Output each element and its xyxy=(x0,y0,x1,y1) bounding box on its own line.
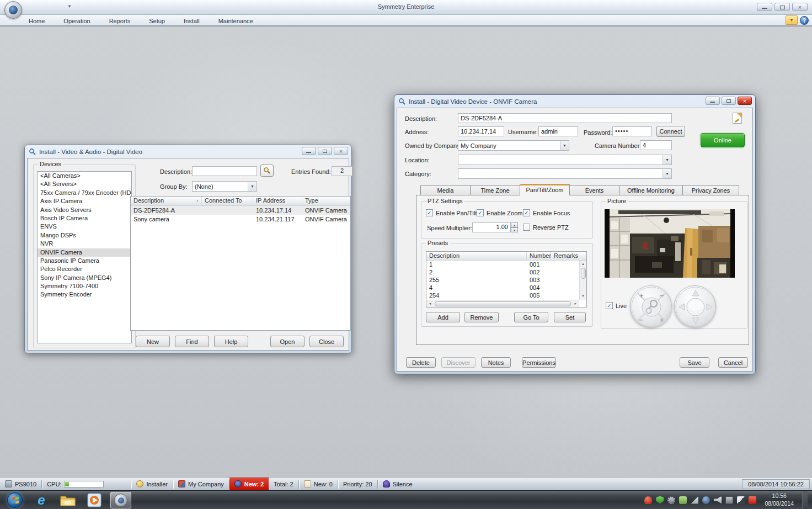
add-button[interactable]: Add xyxy=(426,312,460,322)
table-row[interactable]: Sony camera 10.234.21.117 ONVIF Camera xyxy=(131,215,350,224)
list-item[interactable]: Panasonic IP Camera xyxy=(38,257,131,265)
discover-button[interactable]: Discover xyxy=(441,357,476,368)
preset-row[interactable]: 255 003 xyxy=(426,276,586,284)
list-item[interactable]: NVR xyxy=(38,240,131,248)
list-item[interactable]: Symmetry Encoder xyxy=(38,290,131,299)
tray-update-icon[interactable] xyxy=(679,496,687,504)
presets-horizontal-scrollbar[interactable]: ◄ ► xyxy=(426,300,579,307)
description-input[interactable] xyxy=(458,113,672,123)
taskbar-clock[interactable]: 10:56 08/08/2014 xyxy=(760,492,798,507)
menu-reports[interactable]: Reports xyxy=(107,17,133,25)
list-item[interactable]: <All Cameras> xyxy=(38,172,131,180)
password-input[interactable]: ••••• xyxy=(612,126,652,136)
installer-status[interactable]: Installer xyxy=(131,478,173,490)
tray-notification-icon[interactable] xyxy=(749,496,756,504)
tray-antivirus-icon[interactable] xyxy=(656,496,664,504)
symmetry-app-taskbar-button[interactable] xyxy=(110,492,131,508)
scroll-down-icon[interactable]: ▼ xyxy=(580,293,587,300)
preset-row[interactable]: 2 002 xyxy=(426,268,586,276)
scroll-up-icon[interactable]: ▲ xyxy=(580,261,587,268)
tray-alarm-icon[interactable] xyxy=(644,496,652,504)
menu-install[interactable]: Install xyxy=(181,17,202,25)
symmetry-logo-icon[interactable] xyxy=(4,1,22,19)
presets-vertical-scrollbar[interactable]: ▲ ▼ xyxy=(579,261,586,300)
tab-events[interactable]: Events xyxy=(569,185,619,195)
internet-explorer-icon[interactable]: e xyxy=(31,492,52,508)
tab-pan-tilt-zoom[interactable]: Pan/Tilt/Zoom xyxy=(520,184,570,195)
group-by-dropdown[interactable]: (None) ▼ xyxy=(192,181,257,192)
tab-media[interactable]: Media xyxy=(420,185,471,195)
tray-settings-icon[interactable] xyxy=(667,496,675,504)
app-minimize-button[interactable] xyxy=(757,3,772,11)
spinner-down-icon[interactable]: ▼ xyxy=(511,227,518,232)
list-item[interactable]: Symmetry 7100-7400 xyxy=(38,282,131,290)
cancel-button[interactable]: Cancel xyxy=(718,357,748,368)
camera-number-input[interactable] xyxy=(640,140,672,150)
list-item[interactable]: Axis IP Camera xyxy=(38,197,131,205)
devices-list[interactable]: <All Cameras> <All Servers> 75xx Camera … xyxy=(37,171,132,343)
menu-maintenance[interactable]: Maintenance xyxy=(216,17,255,25)
tray-symmetry-icon[interactable] xyxy=(702,496,710,504)
start-button[interactable] xyxy=(4,492,25,508)
help-icon[interactable]: ? xyxy=(800,16,809,25)
owned-by-company-dropdown[interactable]: My Company ▼ xyxy=(458,140,569,151)
preset-row[interactable]: 254 005 xyxy=(426,291,586,299)
pan-tilt-dpad[interactable] xyxy=(674,285,716,327)
help-button[interactable]: Help xyxy=(214,336,248,347)
list-item[interactable]: Mango DSPs xyxy=(38,231,131,240)
enable-pan-tilt-checkbox[interactable]: ✓ Enable Pan/Tilt xyxy=(426,209,477,216)
presets-table[interactable]: Description Number Remarks 1 001 2 002 xyxy=(426,251,587,307)
show-desktop-button[interactable] xyxy=(802,491,808,509)
list-item-selected[interactable]: ONVIF Camera xyxy=(38,248,131,257)
file-explorer-icon[interactable] xyxy=(57,492,78,508)
list-item[interactable]: Sony IP Camera (MPEG4) xyxy=(38,274,131,282)
location-dropdown[interactable]: ▼ xyxy=(458,155,672,165)
dialog-maximize-button[interactable] xyxy=(722,97,736,105)
media-player-icon[interactable] xyxy=(84,492,105,508)
alarms-new-badge[interactable]: New: 2 xyxy=(229,478,269,490)
preset-row[interactable]: 4 004 xyxy=(426,284,586,291)
tab-offline-monitoring[interactable]: Offline Monitoring xyxy=(619,185,683,195)
list-item[interactable]: Pelco Recorder xyxy=(38,265,131,273)
set-button[interactable]: Set xyxy=(554,312,586,322)
new-button[interactable]: New xyxy=(136,336,170,347)
scroll-left-icon[interactable]: ◄ xyxy=(426,300,434,307)
dialog-minimize-button[interactable] xyxy=(706,97,720,105)
speed-multiplier-input[interactable]: 1.00 xyxy=(472,222,511,232)
tab-time-zone[interactable]: Time Zone xyxy=(470,185,520,195)
menu-home[interactable]: Home xyxy=(26,17,47,25)
menu-operation[interactable]: Operation xyxy=(61,17,92,25)
find-button[interactable]: Find xyxy=(175,336,209,347)
online-status-button[interactable]: Online xyxy=(701,133,745,147)
spinner-up-icon[interactable]: ▲ xyxy=(511,222,518,227)
silence-control[interactable]: Silence xyxy=(378,478,418,490)
enable-focus-checkbox[interactable]: ✓ Enable Focus xyxy=(523,209,570,216)
permissions-button[interactable]: Permissions xyxy=(522,357,556,368)
delete-button[interactable]: Delete xyxy=(406,357,436,368)
tray-volume-icon[interactable] xyxy=(714,496,722,504)
dialog-maximize-button[interactable] xyxy=(318,147,332,155)
table-row[interactable]: DS-2DF5284-A 10.234.17.14 ONVIF Camera xyxy=(131,206,350,215)
connect-button[interactable]: Connect xyxy=(656,126,685,137)
tray-network-icon[interactable] xyxy=(691,496,698,504)
description-search-input[interactable] xyxy=(192,166,257,176)
menu-setup[interactable]: Setup xyxy=(147,17,167,25)
tasks-new[interactable]: New: 0 xyxy=(299,478,338,490)
notes-button[interactable]: Notes xyxy=(481,357,511,368)
ribbon-collapse-button[interactable]: ▼ xyxy=(786,15,798,25)
remove-button[interactable]: Remove xyxy=(464,312,499,322)
notes-icon[interactable] xyxy=(733,113,742,124)
goto-button[interactable]: Go To xyxy=(514,312,548,322)
address-input[interactable] xyxy=(458,126,504,136)
dialog-minimize-button[interactable] xyxy=(302,147,316,155)
tray-remote-icon[interactable] xyxy=(725,496,733,504)
app-maximize-button[interactable] xyxy=(774,3,790,11)
tray-display-icon[interactable] xyxy=(737,496,745,504)
search-button[interactable] xyxy=(260,165,274,177)
save-button[interactable]: Save xyxy=(680,357,709,368)
cameras-table[interactable]: Description▲ Connected To IP Address Typ… xyxy=(130,196,351,331)
reverse-ptz-checkbox[interactable]: . Reverse PTZ xyxy=(523,224,569,231)
preset-row[interactable]: 1 001 xyxy=(426,261,586,268)
dialog-close-button[interactable]: × xyxy=(738,97,752,105)
tab-privacy-zones[interactable]: Privacy Zones xyxy=(682,185,739,195)
